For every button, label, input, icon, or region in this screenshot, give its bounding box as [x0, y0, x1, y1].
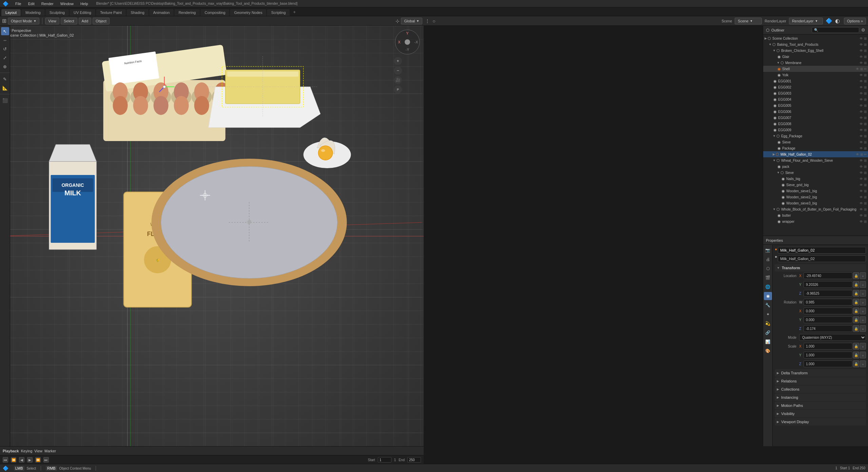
lock-scale-z-btn[interactable]: 🔒: [853, 360, 859, 367]
prop-view-layer-icon[interactable]: ⬡: [764, 264, 772, 273]
prop-render-icon[interactable]: 📷: [764, 246, 772, 254]
prev-frame-btn[interactable]: ⏪: [11, 457, 16, 463]
jump-to-start-btn[interactable]: ⏮: [3, 457, 8, 463]
delta-transform-section[interactable]: ▶ Delta Transform: [775, 369, 866, 377]
render-engine-icon[interactable]: 🔷: [826, 18, 832, 24]
rotation-z-input[interactable]: [804, 325, 852, 332]
lock-rotation-w-btn[interactable]: 🔒: [853, 299, 859, 306]
rotate-tool[interactable]: ↺: [1, 45, 9, 53]
outliner-item[interactable]: ◉ Shell 👁 ⊞ ✏: [763, 66, 868, 72]
outliner-item[interactable]: ◉ EGG009 👁 ⊞: [763, 127, 868, 133]
tab-animation[interactable]: Animation: [149, 9, 174, 16]
keying-label[interactable]: Keying: [21, 449, 33, 453]
anim-location-y-btn[interactable]: ⬦: [860, 281, 866, 288]
play-reverse-btn[interactable]: ◀: [19, 457, 24, 463]
menu-edit[interactable]: Edit: [27, 1, 36, 6]
visibility-section[interactable]: ▶ Visibility: [775, 410, 866, 417]
outliner-item[interactable]: ◉ Sieve 👁 ⊞: [763, 139, 868, 145]
tab-compositing[interactable]: Compositing: [200, 9, 229, 16]
prop-output-icon[interactable]: 🖨: [764, 255, 772, 263]
tab-texture-paint[interactable]: Texture Paint: [96, 9, 126, 16]
prop-object-icon[interactable]: ◉: [764, 292, 772, 300]
outliner-item[interactable]: ▶ ⬡ Scene Collection 👁 ⊞: [763, 35, 868, 41]
outliner-filter-icon[interactable]: ⚙: [861, 27, 865, 33]
anim-scale-z-btn[interactable]: ⬦: [860, 360, 866, 367]
render-layer-dropdown[interactable]: RenderLayer▼: [789, 18, 823, 24]
transform-header[interactable]: ▼ Transform: [775, 264, 866, 272]
outliner-item[interactable]: ◉ EGG002 👁 ⊞: [763, 84, 868, 90]
zoom-in-btn[interactable]: +: [394, 57, 402, 65]
proportional-edit-icon[interactable]: ○: [432, 18, 435, 24]
outliner-item[interactable]: ◉ pack 👁 ⊞: [763, 163, 868, 170]
outliner-item[interactable]: ▼ ⬡ Sieve 👁 ⊞: [763, 170, 868, 176]
view-menu[interactable]: View: [45, 18, 59, 24]
outliner-search-input[interactable]: [812, 27, 859, 33]
prop-modifier-icon[interactable]: 🔧: [764, 301, 772, 309]
outliner-item[interactable]: ◉ Yolk 👁 ⊞: [763, 72, 868, 78]
outliner-item[interactable]: ◉ EGG008 👁 ⊞: [763, 121, 868, 127]
tab-modeling[interactable]: Modeling: [21, 9, 45, 16]
prop-data-icon[interactable]: 📊: [764, 338, 772, 346]
outliner-item[interactable]: ◉ wrapper 👁 ⊞: [763, 218, 868, 224]
end-frame-input[interactable]: [407, 457, 421, 463]
anim-rotation-y-btn[interactable]: ⬦: [860, 316, 866, 323]
outliner-item[interactable]: ◉ EGG001 👁 ⊞: [763, 78, 868, 84]
rotation-x-input[interactable]: [804, 308, 852, 314]
tab-uv-editing[interactable]: UV Editing: [70, 9, 95, 16]
prop-constraints-icon[interactable]: 🔗: [764, 329, 772, 337]
tab-rendering[interactable]: Rendering: [174, 9, 200, 16]
lock-location-z-btn[interactable]: 🔒: [853, 290, 859, 297]
scale-y-input[interactable]: [804, 352, 852, 358]
jump-to-end-btn[interactable]: ⏭: [43, 457, 49, 463]
instancing-section[interactable]: ▶ Instancing: [775, 394, 866, 401]
relations-section[interactable]: ▶ Relations: [775, 377, 866, 385]
viewport-display-section[interactable]: ▶ Viewport Display: [775, 418, 866, 426]
select-tool[interactable]: ↖: [1, 27, 9, 35]
collections-section[interactable]: ▶ Collections: [775, 386, 866, 393]
outliner-item[interactable]: ◉ EGG004 👁 ⊞: [763, 96, 868, 102]
outliner-list[interactable]: ▶ ⬡ Scene Collection 👁 ⊞ ▼ ⬡ Baking_Tool…: [763, 35, 868, 236]
outliner-item[interactable]: ◉ EGG007 👁 ⊞: [763, 115, 868, 121]
annotate-tool[interactable]: ✎: [1, 75, 9, 83]
outliner-item[interactable]: ▼ ⬡ Whole_Block_of_Butter_in_Open_Foil_P…: [763, 206, 868, 212]
marker-label[interactable]: Marker: [44, 449, 56, 453]
scene-dropdown[interactable]: Scene▼: [735, 18, 762, 24]
tab-scripting[interactable]: Scripting: [267, 9, 290, 16]
object-name-input[interactable]: [778, 247, 866, 254]
scale-z-input[interactable]: [804, 360, 852, 367]
view-label[interactable]: View: [34, 449, 42, 453]
tab-sculpting[interactable]: Sculpting: [45, 9, 69, 16]
menu-help[interactable]: Help: [79, 1, 90, 6]
outliner-item[interactable]: ▼ ⬡ Membrane 👁 ⊞: [763, 60, 868, 66]
object-menu[interactable]: Object: [93, 18, 110, 24]
move-tool[interactable]: ↔: [1, 36, 9, 44]
zoom-out-btn[interactable]: −: [394, 66, 402, 75]
outliner-item[interactable]: ▼ ⬡ Wheat_Flour_and_Wooden_Sieve 👁 ⊞: [763, 157, 868, 163]
lock-scale-y-btn[interactable]: 🔒: [853, 352, 859, 358]
prop-physics-icon[interactable]: 💫: [764, 319, 772, 328]
prop-material-icon[interactable]: 🎨: [764, 347, 772, 355]
location-z-input[interactable]: [804, 290, 852, 297]
outliner-item[interactable]: ◉ EGG005 👁 ⊞: [763, 102, 868, 109]
viewport-3d[interactable]: ORGANIC MILK Nutrition Facts: [0, 26, 424, 446]
anim-scale-y-btn[interactable]: ⬦: [860, 352, 866, 358]
anim-rotation-z-btn[interactable]: ⬦: [860, 325, 866, 332]
object-data-name-input[interactable]: [778, 255, 866, 262]
menu-file[interactable]: File: [14, 1, 23, 6]
transform-global-dropdown[interactable]: Global ▼: [401, 18, 422, 24]
next-frame-btn[interactable]: ⏩: [35, 457, 41, 463]
location-x-input[interactable]: [804, 272, 852, 279]
outliner-item[interactable]: ◉ EGG003 👁 ⊞: [763, 90, 868, 96]
object-mode-dropdown[interactable]: Object Mode ▼: [8, 18, 39, 24]
lock-rotation-x-btn[interactable]: 🔒: [853, 308, 859, 314]
tab-layout[interactable]: Layout: [1, 9, 21, 16]
lock-scale-x-btn[interactable]: 🔒: [853, 343, 859, 350]
outliner-item-milk[interactable]: ▶ ⬡ Milk_Half_Gallon_02 👁 ⊞ ✏: [763, 151, 868, 157]
snap-icon[interactable]: ⋮: [425, 18, 430, 24]
anim-scale-x-btn[interactable]: ⬦: [860, 343, 866, 350]
menu-render[interactable]: Render: [40, 1, 55, 6]
lock-location-y-btn[interactable]: 🔒: [853, 281, 859, 288]
outliner-item[interactable]: ◉ Glair 👁 ⊞: [763, 54, 868, 60]
add-cube-tool[interactable]: ⬛: [1, 96, 9, 104]
tab-shading[interactable]: Shading: [127, 9, 148, 16]
